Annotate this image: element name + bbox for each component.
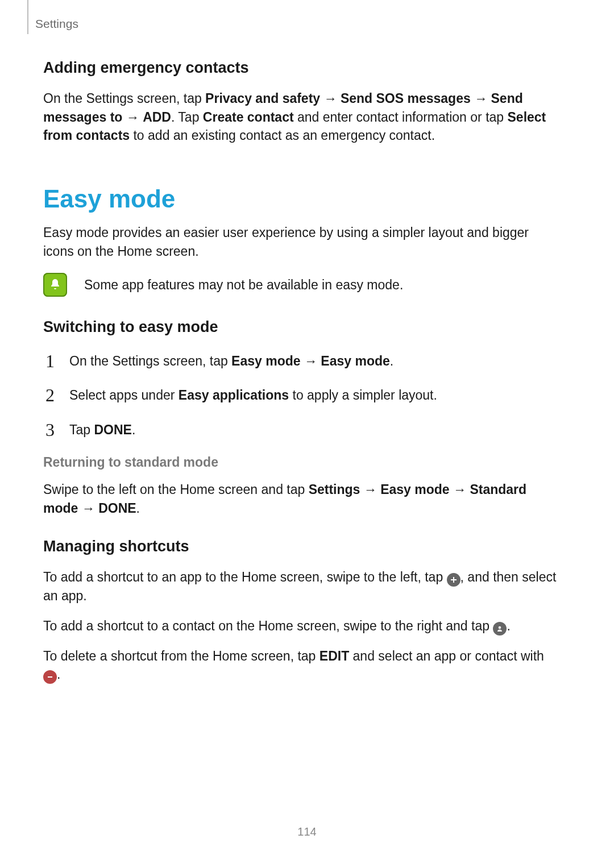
bold-create-contact: Create contact: [203, 110, 294, 124]
arrow: →: [360, 482, 380, 497]
arrow: →: [122, 110, 143, 124]
bell-icon: [43, 273, 67, 297]
text: To add a shortcut to an app to the Home …: [43, 570, 447, 584]
step-2: Select apps under Easy applications to a…: [43, 386, 559, 404]
arrow: →: [471, 91, 491, 106]
bold-add: ADD: [143, 110, 171, 124]
bold-done: DONE: [98, 501, 136, 516]
bold-easy-mode: Easy mode: [321, 354, 389, 368]
text: Swipe to the left on the Home screen and…: [43, 482, 309, 497]
text: On the Settings screen, tap: [43, 91, 205, 106]
plus-circle-icon: [447, 573, 460, 587]
paragraph-emergency-contacts: On the Settings screen, tap Privacy and …: [43, 89, 559, 145]
arrow: →: [78, 501, 98, 516]
bold-done: DONE: [94, 422, 131, 437]
text: .: [57, 667, 60, 682]
paragraph-shortcut-contact: To add a shortcut to a contact on the Ho…: [43, 617, 559, 636]
text: and enter contact information or tap: [294, 110, 508, 124]
header-accent-rule: [27, 0, 28, 34]
arrow: →: [320, 91, 341, 106]
bell-icon-svg: [48, 278, 62, 292]
page-content: Adding emergency contacts On the Setting…: [43, 59, 559, 684]
bold-edit: EDIT: [320, 649, 349, 663]
text: and select an app or contact with: [349, 649, 544, 663]
steps-list: On the Settings screen, tap Easy mode → …: [43, 352, 559, 439]
note-row: Some app features may not be available i…: [43, 273, 559, 297]
header-breadcrumb: Settings: [35, 17, 78, 31]
text: .: [132, 422, 135, 437]
contact-circle-icon: [493, 622, 507, 636]
note-text: Some app features may not be available i…: [84, 277, 403, 293]
text: .: [390, 354, 393, 368]
page: Settings Adding emergency contacts On th…: [0, 0, 614, 868]
arrow: →: [450, 482, 470, 497]
text: On the Settings screen, tap: [69, 354, 231, 368]
text: To add a shortcut to a contact on the Ho…: [43, 618, 493, 633]
text: .: [507, 618, 510, 633]
svg-point-0: [499, 626, 501, 629]
page-number: 114: [0, 825, 614, 838]
paragraph-shortcut-app: To add a shortcut to an app to the Home …: [43, 568, 559, 605]
heading-adding-emergency-contacts: Adding emergency contacts: [43, 59, 559, 77]
bold-privacy-and-safety: Privacy and safety: [205, 91, 320, 106]
text: . Tap: [171, 110, 203, 124]
text: to add an existing contact as an emergen…: [130, 128, 435, 143]
text: .: [136, 501, 140, 516]
text: To delete a shortcut from the Home scree…: [43, 649, 320, 663]
text: Tap: [69, 422, 94, 437]
heading-managing-shortcuts: Managing shortcuts: [43, 538, 559, 555]
paragraph-returning: Swipe to the left on the Home screen and…: [43, 480, 559, 517]
heading-easy-mode: Easy mode: [43, 185, 559, 213]
bold-easy-mode: Easy mode: [231, 354, 300, 368]
bold-easy-applications: Easy applications: [179, 388, 289, 402]
bold-easy-mode: Easy mode: [380, 482, 449, 497]
text: Select apps under: [69, 388, 179, 402]
paragraph-shortcut-delete: To delete a shortcut from the Home scree…: [43, 647, 559, 684]
bold-settings: Settings: [309, 482, 360, 497]
heading-returning-to-standard-mode: Returning to standard mode: [43, 455, 559, 470]
heading-switching-to-easy-mode: Switching to easy mode: [43, 318, 559, 336]
bold-send-sos-messages: Send SOS messages: [341, 91, 471, 106]
arrow: →: [301, 354, 321, 368]
step-1: On the Settings screen, tap Easy mode → …: [43, 352, 559, 370]
paragraph-easy-mode-intro: Easy mode provides an easier user experi…: [43, 223, 559, 260]
step-3: Tap DONE.: [43, 421, 559, 439]
text: to apply a simpler layout.: [289, 388, 437, 402]
minus-circle-icon: [43, 670, 57, 684]
